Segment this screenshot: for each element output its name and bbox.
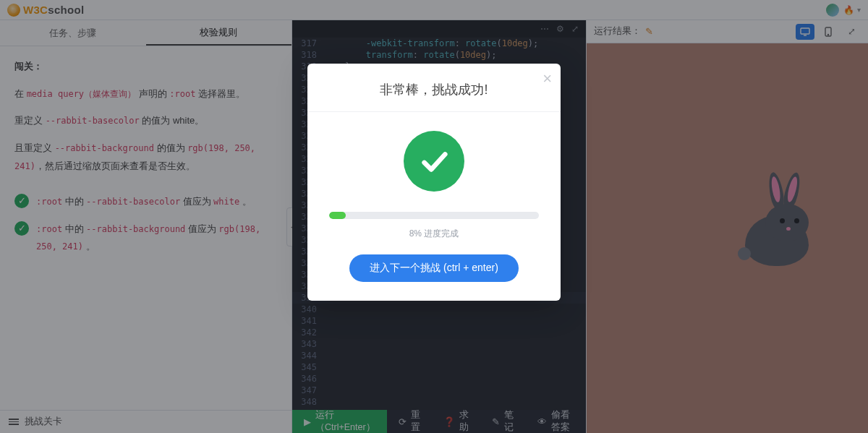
progress-fill [329, 212, 346, 219]
modal-title: 非常棒，挑战成功! [323, 81, 545, 98]
success-check-icon [404, 131, 464, 192]
next-challenge-button[interactable]: 进入下一个挑战 (ctrl + enter) [349, 254, 519, 282]
modal-overlay[interactable]: × 非常棒，挑战成功! 8% 进度完成 进入下一个挑战 (ctrl + ente… [0, 0, 868, 433]
modal-divider [307, 111, 561, 112]
progress-bar [329, 212, 539, 219]
close-icon[interactable]: × [542, 71, 552, 87]
progress-label: 8% 进度完成 [323, 228, 545, 240]
success-modal: × 非常棒，挑战成功! 8% 进度完成 进入下一个挑战 (ctrl + ente… [307, 64, 561, 301]
